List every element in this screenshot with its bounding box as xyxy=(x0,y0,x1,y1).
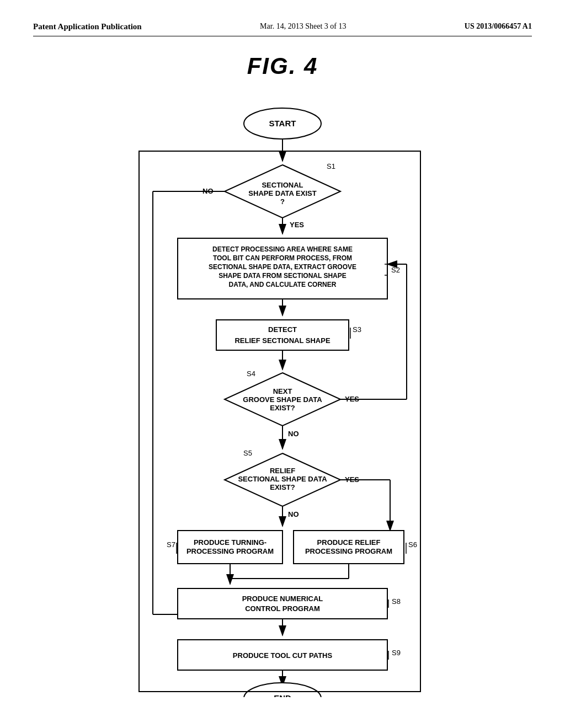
s2-text-5: DATA, AND CALCULATE CORNER xyxy=(229,281,337,288)
s8-text-1: PRODUCE NUMERICAL xyxy=(242,595,323,603)
flowchart-svg: text { font-family: Arial, Helvetica, sa… xyxy=(76,101,489,697)
s3-text-2: RELIEF SECTIONAL SHAPE xyxy=(234,336,330,345)
s5-no-label: NO xyxy=(288,510,299,518)
s7-text-1: PRODUCE TURNING- xyxy=(194,538,266,547)
s2-text-2: TOOL BIT CAN PERFORM PROCESS, FROM xyxy=(213,254,352,262)
end-label: END xyxy=(274,693,291,697)
s4-text-3: EXIST? xyxy=(270,404,295,412)
s8-rect xyxy=(178,588,387,619)
s5-label: S5 xyxy=(243,449,252,457)
s3-rect xyxy=(216,320,349,350)
s6-text-1: PRODUCE RELIEF xyxy=(317,538,381,547)
s2-text-4: SHAPE DATA FROM SECTIONAL SHAPE xyxy=(218,272,347,280)
s5-text-3: EXIST? xyxy=(270,483,295,491)
s1-text-1: SECTIONAL xyxy=(262,181,303,189)
header-right: US 2013/0066457 A1 xyxy=(465,22,532,31)
figure-title: FIG. 4 xyxy=(33,53,532,79)
s8-text-2: CONTROL PROGRAM xyxy=(245,604,320,613)
s2-text-1: DETECT PROCESSING AREA WHERE SAME xyxy=(212,245,353,253)
s9-text: PRODUCE TOOL CUT PATHS xyxy=(233,651,333,660)
start-label: START xyxy=(269,119,296,128)
s1-label: S1 xyxy=(327,162,335,170)
s1-text-3: ? xyxy=(280,197,285,206)
page-header: Patent Application Publication Mar. 14, … xyxy=(33,22,532,36)
s9-label: S9 xyxy=(392,649,401,657)
s6-text-2: PROCESSING PROGRAM xyxy=(305,547,392,555)
s8-label: S8 xyxy=(392,597,401,606)
s3-text-1: DETECT xyxy=(268,325,297,334)
s3-label: S3 xyxy=(353,325,361,334)
s7-text-2: PROCESSING PROGRAM xyxy=(186,547,274,555)
flowchart-container: text { font-family: Arial, Helvetica, sa… xyxy=(33,101,532,697)
s1-yes-label: YES xyxy=(290,221,304,229)
s2-label: S2 xyxy=(391,266,400,274)
s7-label: S7 xyxy=(167,540,175,549)
s6-label: S6 xyxy=(408,540,417,549)
s1-text-2: SHAPE DATA EXIST xyxy=(248,189,316,197)
s4-text-2: GROOVE SHAPE DATA xyxy=(243,395,322,404)
header-left: Patent Application Publication xyxy=(33,22,142,31)
header-center: Mar. 14, 2013 Sheet 3 of 13 xyxy=(260,22,346,31)
s2-text-3: SECTIONAL SHAPE DATA, EXTRACT GROOVE xyxy=(209,263,356,271)
s4-text-1: NEXT xyxy=(273,387,292,395)
s4-no-label: NO xyxy=(288,430,299,438)
s5-text-1: RELIEF xyxy=(270,467,295,475)
s4-label: S4 xyxy=(247,370,255,378)
s5-text-2: SECTIONAL SHAPE DATA xyxy=(238,475,327,483)
page: Patent Application Publication Mar. 14, … xyxy=(0,0,565,728)
